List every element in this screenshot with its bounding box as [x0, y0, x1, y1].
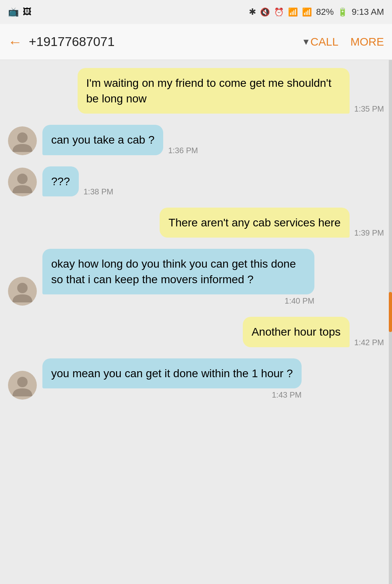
message-row: 1:39 PM There aren't any cab services he…: [8, 208, 384, 238]
chat-area: 1:35 PM I'm waiting on my friend to come…: [0, 60, 392, 584]
message-bubble: can you take a cab ?: [42, 125, 163, 155]
message-bubble-wrap: 1:42 PM Another hour tops: [243, 317, 384, 347]
svg-point-2: [17, 283, 28, 293]
svg-point-0: [17, 132, 28, 143]
bubble-time-container: can you take a cab ? 1:36 PM: [42, 125, 198, 155]
message-bubble-wrap: can you take a cab ? 1:36 PM: [42, 125, 198, 155]
scrollbar-thumb[interactable]: [389, 292, 392, 332]
message-timestamp: 1:38 PM: [84, 187, 113, 196]
contact-phone-number: +19177687071: [29, 34, 298, 49]
back-button[interactable]: ←: [8, 34, 22, 50]
bubble-time-container: 1:39 PM There aren't any cab services he…: [160, 208, 384, 238]
message-bubble: Another hour tops: [243, 317, 350, 347]
svg-point-1: [17, 174, 28, 184]
message-bubble-wrap: okay how long do you think you can get t…: [42, 249, 314, 306]
message-timestamp: 1:40 PM: [285, 296, 314, 306]
call-button[interactable]: CALL: [310, 36, 338, 48]
message-row: 1:35 PM I'm waiting on my friend to come…: [8, 68, 384, 114]
message-timestamp: 1:35 PM: [354, 104, 384, 114]
message-bubble-wrap: ??? 1:38 PM: [42, 166, 113, 196]
message-bubble: ???: [42, 166, 79, 196]
mute-icon: 🔇: [260, 7, 270, 17]
message-timestamp: 1:42 PM: [354, 338, 384, 347]
time-display: 9:13 AM: [352, 7, 384, 17]
cast-icon: 📺: [8, 7, 19, 17]
scrollbar-track[interactable]: [389, 60, 392, 584]
signal-icon: 📶: [302, 7, 312, 17]
message-row: you mean you can get it done within the …: [8, 358, 384, 400]
wifi-icon: 📶: [288, 7, 298, 17]
message-row: 1:42 PM Another hour tops: [8, 317, 384, 347]
message-bubble: I'm waiting on my friend to come get me …: [78, 68, 350, 114]
status-right-icons: ✱ 🔇 ⏰ 📶 📶 82% 🔋 9:13 AM: [249, 7, 384, 17]
message-bubble: okay how long do you think you can get t…: [42, 249, 314, 294]
battery-icon: 🔋: [338, 7, 348, 17]
conversation-header: ← +19177687071 ▼ CALL MORE: [0, 24, 392, 60]
message-timestamp: 1:43 PM: [272, 390, 301, 400]
message-bubble: you mean you can get it done within the …: [42, 358, 302, 388]
message-row: can you take a cab ? 1:36 PM: [8, 125, 384, 155]
svg-point-3: [17, 377, 28, 387]
bubble-time-container: 1:42 PM Another hour tops: [243, 317, 384, 347]
bubble-time-container: ??? 1:38 PM: [42, 166, 113, 196]
status-left-icons: 📺 🖼: [8, 7, 32, 17]
message-bubble-wrap: 1:39 PM There aren't any cab services he…: [160, 208, 384, 238]
image-icon: 🖼: [23, 7, 32, 17]
message-timestamp: 1:39 PM: [354, 228, 384, 238]
message-bubble-wrap: you mean you can get it done within the …: [42, 358, 302, 400]
battery-percent: 82%: [316, 7, 334, 17]
bubble-time-container: 1:35 PM I'm waiting on my friend to come…: [78, 68, 384, 114]
status-bar: 📺 🖼 ✱ 🔇 ⏰ 📶 📶 82% 🔋 9:13 AM: [0, 0, 392, 24]
message-bubble-wrap: 1:35 PM I'm waiting on my friend to come…: [78, 68, 384, 114]
avatar: [8, 277, 37, 306]
dropdown-button[interactable]: ▼: [302, 37, 310, 47]
avatar: [8, 168, 37, 196]
message-timestamp: 1:36 PM: [168, 146, 198, 155]
bluetooth-icon: ✱: [249, 7, 256, 17]
message-bubble: There aren't any cab services here: [160, 208, 349, 238]
message-row: okay how long do you think you can get t…: [8, 249, 384, 306]
avatar: [8, 126, 37, 155]
more-button[interactable]: MORE: [350, 36, 384, 48]
message-row: ??? 1:38 PM: [8, 166, 384, 196]
alarm-icon: ⏰: [274, 7, 284, 17]
header-actions: CALL MORE: [310, 36, 384, 48]
avatar: [8, 371, 37, 400]
